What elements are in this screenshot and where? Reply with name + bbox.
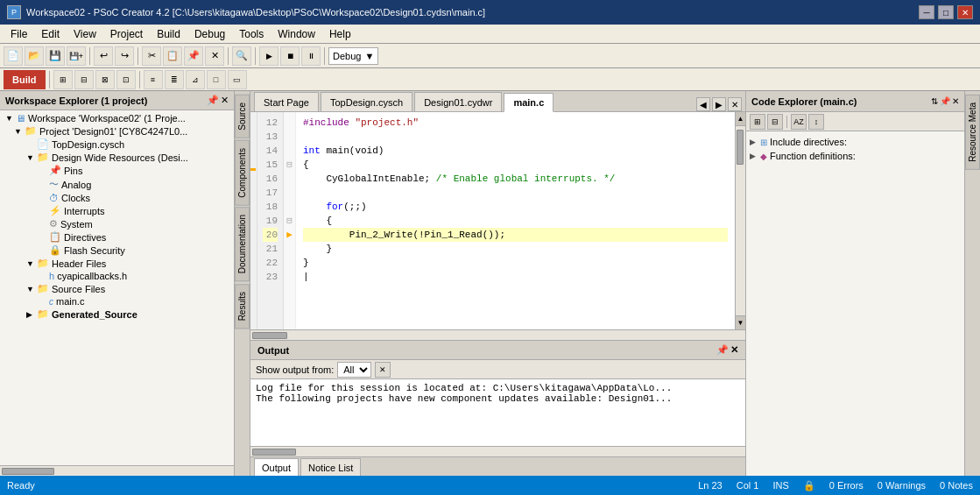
close-button[interactable]: ✕ bbox=[957, 5, 973, 19]
pin-icon[interactable]: 📌 bbox=[207, 95, 219, 106]
menu-edit[interactable]: Edit bbox=[34, 26, 67, 42]
scroll-down-btn[interactable]: ▼ bbox=[736, 315, 745, 329]
tab-nav-left[interactable]: ◀ bbox=[696, 97, 710, 111]
fold-15[interactable]: ⊟ bbox=[284, 158, 295, 172]
tree-item-pins[interactable]: 📌 Pins bbox=[2, 164, 232, 177]
tab-nav-right[interactable]: ▶ bbox=[712, 97, 726, 111]
tb2-btn1[interactable]: ⊞ bbox=[53, 70, 73, 89]
tab-design01[interactable]: Design01.cydwr bbox=[414, 92, 502, 111]
tree-item-generated[interactable]: ▶ 📁 Generated_Source bbox=[2, 308, 232, 321]
build-btn1[interactable]: ▶ bbox=[259, 46, 278, 66]
resource-meta-tab[interactable]: Resource Meta bbox=[964, 91, 980, 476]
ce-sort-az-icon[interactable]: AZ bbox=[791, 114, 807, 130]
generated-label: Generated_Source bbox=[52, 309, 137, 320]
ce-sort-icon[interactable]: ⇅ bbox=[931, 96, 938, 106]
tb2-btn9[interactable]: ▭ bbox=[228, 70, 247, 89]
menu-project[interactable]: Project bbox=[103, 26, 150, 42]
menu-debug[interactable]: Debug bbox=[187, 26, 232, 42]
build-btn2[interactable]: ⏹ bbox=[280, 46, 300, 66]
results-tab[interactable]: Results bbox=[235, 284, 250, 329]
tb2-btn8[interactable]: □ bbox=[207, 70, 226, 89]
tree-item-headerfiles[interactable]: ▼ 📁 Header Files bbox=[2, 257, 232, 270]
components-tab[interactable]: Components bbox=[235, 140, 250, 206]
ce-item-include[interactable]: ▶ ⊞ Include directives: bbox=[750, 135, 961, 149]
menu-file[interactable]: File bbox=[4, 26, 34, 42]
status-bar: Ready Ln 23 Col 1 INS 🔒 0 Errors 0 Warni… bbox=[0, 476, 980, 495]
tb2-btn3[interactable]: ⊠ bbox=[95, 70, 115, 89]
tree-item-flash[interactable]: 🔒 Flash Security bbox=[2, 244, 232, 257]
clear-output-btn[interactable]: ✕ bbox=[375, 362, 391, 378]
tree-item-system[interactable]: ⚙ System bbox=[2, 217, 232, 230]
sep2 bbox=[137, 47, 138, 65]
tree-item-analog[interactable]: 〜 Analog bbox=[2, 177, 232, 192]
tb2-btn6[interactable]: ≣ bbox=[165, 70, 184, 89]
output-filter-select[interactable]: All bbox=[337, 362, 371, 378]
tree-item-cyapicallbacks[interactable]: h cyapicallbacks.h bbox=[2, 270, 232, 282]
redo-button[interactable]: ↪ bbox=[115, 46, 134, 66]
copy-button[interactable]: 📋 bbox=[163, 46, 182, 66]
tree-item-interrupts[interactable]: ⚡ Interrupts bbox=[2, 204, 232, 217]
close-output-icon[interactable]: ✕ bbox=[730, 344, 738, 356]
tree-item-sourcefiles[interactable]: ▼ 📁 Source Files bbox=[2, 282, 232, 295]
tb2-btn7[interactable]: ⊿ bbox=[186, 70, 205, 89]
fold-14 bbox=[284, 144, 295, 158]
tab-start[interactable]: Start Page bbox=[254, 92, 319, 111]
menu-window[interactable]: Window bbox=[271, 26, 322, 42]
menu-tools[interactable]: Tools bbox=[232, 26, 271, 42]
tree-item-dwr[interactable]: ▼ 📁 Design Wide Resources (Desi... bbox=[2, 151, 232, 164]
delete-button[interactable]: ✕ bbox=[205, 46, 224, 66]
save-button[interactable]: 💾 bbox=[46, 46, 65, 66]
tb2-btn5[interactable]: ≡ bbox=[144, 70, 163, 89]
source-tab[interactable]: Source bbox=[235, 95, 250, 138]
tab-nav-close[interactable]: ✕ bbox=[728, 97, 742, 111]
menu-build[interactable]: Build bbox=[150, 26, 187, 42]
paste-button[interactable]: 📌 bbox=[184, 46, 203, 66]
ce-item-function[interactable]: ▶ ◆ Function definitions: bbox=[750, 149, 961, 163]
tb2-btn4[interactable]: ⊡ bbox=[116, 70, 136, 89]
ce-btn1[interactable]: ⊞ bbox=[750, 114, 765, 130]
resource-meta-label[interactable]: Resource Meta bbox=[965, 95, 980, 170]
output-tab-output[interactable]: Output bbox=[254, 458, 299, 476]
tb2-btn2[interactable]: ⊟ bbox=[74, 70, 94, 89]
undo-button[interactable]: ↩ bbox=[94, 46, 113, 66]
cut-button[interactable]: ✂ bbox=[142, 46, 161, 66]
build-btn3[interactable]: ⏸ bbox=[301, 46, 321, 66]
tree-item-project[interactable]: ▼ 📁 Project 'Design01' [CY8C4247L0... bbox=[2, 124, 232, 138]
find-button[interactable]: 🔍 bbox=[232, 46, 251, 66]
build-button[interactable]: Build bbox=[4, 70, 46, 89]
tree-item-directives[interactable]: 📋 Directives bbox=[2, 230, 232, 244]
ce-sort-btn[interactable]: ↕ bbox=[808, 114, 824, 130]
scroll-up-btn[interactable]: ▲ bbox=[736, 112, 745, 126]
gen-folder-icon: 📁 bbox=[37, 308, 49, 320]
tab-mainc[interactable]: main.c bbox=[504, 93, 553, 112]
fold-17 bbox=[284, 186, 295, 200]
status-notes: 0 Notes bbox=[940, 480, 973, 491]
left-scrollbar[interactable] bbox=[0, 465, 234, 476]
documentation-tab[interactable]: Documentation bbox=[235, 207, 250, 281]
new-button[interactable]: 📄 bbox=[4, 46, 23, 66]
menu-help[interactable]: Help bbox=[322, 26, 358, 42]
pin-output-icon[interactable]: 📌 bbox=[716, 344, 729, 356]
save-all-button[interactable]: 💾+ bbox=[67, 46, 86, 66]
tab-topdesign[interactable]: TopDesign.cysch bbox=[321, 92, 412, 111]
minimize-button[interactable]: ─ bbox=[919, 5, 934, 19]
open-button[interactable]: 📂 bbox=[25, 46, 44, 66]
debug-dropdown[interactable]: Debug ▼ bbox=[328, 47, 378, 65]
fold-23 bbox=[284, 270, 295, 284]
tree-item-topdesign[interactable]: 📄 TopDesign.cysch bbox=[2, 138, 232, 151]
fold-19[interactable]: ⊟ bbox=[284, 214, 295, 228]
maximize-button[interactable]: □ bbox=[938, 5, 954, 19]
ce-btn2[interactable]: ⊟ bbox=[767, 114, 783, 130]
code-vscrollbar[interactable]: ▲ ▼ bbox=[735, 112, 745, 329]
code-hscrollbar[interactable] bbox=[250, 329, 745, 340]
tree-item-mainc[interactable]: c main.c bbox=[2, 295, 232, 308]
output-hscrollbar[interactable] bbox=[250, 446, 745, 456]
menu-view[interactable]: View bbox=[67, 26, 103, 42]
code-content[interactable]: #include "project.h" int main(void) { Cy… bbox=[296, 112, 735, 329]
tree-item-workspace[interactable]: ▼ 🖥 Workspace 'Workspace02' (1 Proje... bbox=[2, 112, 232, 124]
tree-item-clocks[interactable]: ⏱ Clocks bbox=[2, 192, 232, 204]
output-tab-noticelist[interactable]: Notice List bbox=[300, 458, 361, 476]
close-ce-icon[interactable]: ✕ bbox=[952, 96, 959, 106]
pin-ce-icon[interactable]: 📌 bbox=[940, 96, 950, 106]
close-explorer-icon[interactable]: ✕ bbox=[221, 95, 229, 106]
